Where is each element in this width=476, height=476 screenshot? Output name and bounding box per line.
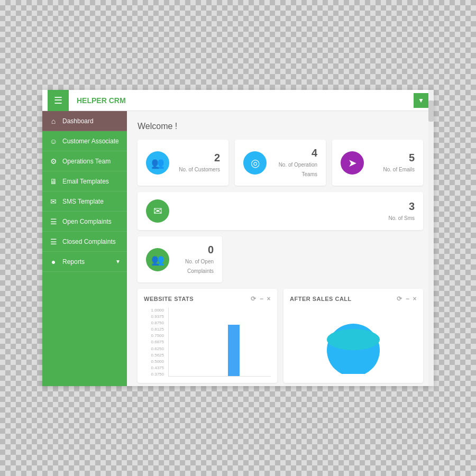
sidebar-label-reports: Reports — [62, 258, 111, 266]
sidebar-label-sms-template: SMS Template — [62, 198, 121, 205]
scrollbar[interactable] — [428, 90, 434, 386]
y-label: 0.5000 — [144, 359, 164, 364]
stat-label-customers: No. of Customers — [179, 167, 220, 172]
y-label: 0.7500 — [144, 333, 164, 338]
sidebar-label-customer-associate: Customer Associate — [62, 138, 121, 145]
stat-info-sms: 3 No. of Sms — [176, 200, 415, 222]
sidebar-icon-reports: ● — [49, 258, 58, 266]
scrollbar-thumb — [428, 100, 434, 122]
stat-card-open-complaints: 👥 0 No. of OpenComplaints — [138, 236, 222, 282]
after-sales-call-header: AFTER SALES CALL ⟳ − × — [290, 295, 417, 303]
stat-number-emails: 5 — [370, 152, 415, 164]
sidebar-icon-customer-associate: ☺ — [49, 137, 58, 145]
app-logo: HELPER CRM — [69, 96, 134, 105]
sidebar-icon-sms-template: ✉ — [49, 197, 58, 206]
hamburger-icon: ☰ — [54, 95, 62, 106]
y-axis: 1.00000.93750.87500.81250.75000.68750.62… — [144, 308, 166, 377]
website-stats-card: WEBSITE STATS ⟳ − × 1.00000.93750.87500.… — [138, 289, 277, 383]
sidebar-arrow-reports: ▼ — [115, 259, 121, 264]
top-dropdown-button[interactable]: ▼ — [414, 93, 428, 108]
stat-icon-sms: ✉ — [146, 199, 169, 223]
y-label: 0.3750 — [144, 372, 164, 377]
stat-info-operation-teams: 4 No. of OperationTeams — [273, 147, 317, 178]
stat-number-customers: 2 — [176, 152, 220, 164]
sidebar-label-operations-team: Operations Team — [62, 158, 121, 165]
stat-label-operation-teams: No. of OperationTeams — [279, 162, 317, 177]
y-label: 1.0000 — [144, 308, 164, 313]
sidebar-item-operations-team[interactable]: ⚙ Operations Team — [42, 151, 127, 171]
sidebar-item-customer-associate[interactable]: ☺ Customer Associate — [42, 131, 127, 151]
sidebar-icon-closed-complaints: ☰ — [49, 237, 58, 246]
refresh-icon-2[interactable]: ⟳ — [397, 295, 402, 303]
chart-gridlines — [169, 308, 271, 376]
website-stats-header: WEBSITE STATS ⟳ − × — [144, 295, 271, 303]
stat-info-open-complaints: 0 No. of OpenComplaints — [176, 244, 214, 275]
stat-icon-customers: 👥 — [146, 151, 169, 175]
top-bar-right: ▼ — [414, 93, 428, 108]
stat-icon-emails: ➤ — [341, 151, 364, 175]
sidebar-icon-operations-team: ⚙ — [49, 157, 58, 166]
y-label: 0.8125 — [144, 327, 164, 332]
stat-icon-open-complaints: 👥 — [146, 248, 169, 271]
stat-label-emails: No. of Emails — [383, 167, 415, 172]
chart-bar — [228, 325, 240, 376]
website-stats-title: WEBSITE STATS — [144, 296, 194, 302]
stat-number-sms: 3 — [176, 200, 415, 213]
sidebar-item-sms-template[interactable]: ✉ SMS Template — [42, 191, 127, 212]
stat-info-customers: 2 No. of Customers — [176, 152, 220, 173]
stats-row-2: 👥 0 No. of OpenComplaints — [138, 236, 423, 282]
stat-card-emails: ➤ 5 No. of Emails — [332, 140, 423, 186]
dropdown-icon: ▼ — [418, 97, 424, 104]
after-sales-call-card: AFTER SALES CALL ⟳ − × — [283, 289, 423, 383]
stat-label-open-complaints: No. of OpenComplaints — [185, 259, 214, 274]
y-label: 0.4375 — [144, 365, 164, 370]
y-label: 0.6875 — [144, 340, 164, 344]
sidebar-item-open-complaints[interactable]: ☰ Open Complaints — [42, 212, 127, 232]
sidebar-label-dashboard: Dashboard — [62, 117, 121, 125]
y-label: 0.9375 — [144, 314, 164, 319]
stats-row-1: 👥 2 No. of Customers ◎ 4 No. of Operatio… — [138, 140, 423, 230]
menu-button[interactable]: ☰ — [48, 90, 69, 111]
close-icon[interactable]: × — [267, 295, 271, 303]
charts-row: WEBSITE STATS ⟳ − × 1.00000.93750.87500.… — [138, 289, 423, 383]
y-label: 0.8750 — [144, 321, 164, 325]
chart-actions-2: ⟳ − × — [397, 295, 417, 303]
sidebar-item-reports[interactable]: ● Reports ▼ — [42, 252, 127, 272]
sidebar: ⌂ Dashboard ☺ Customer Associate ⚙ Opera… — [42, 111, 127, 386]
minimize-icon[interactable]: − — [260, 295, 264, 303]
sidebar-icon-dashboard: ⌂ — [49, 117, 58, 125]
top-bar: ☰ HELPER CRM ▼ — [42, 90, 434, 111]
stat-number-operation-teams: 4 — [273, 147, 317, 159]
refresh-icon[interactable]: ⟳ — [251, 295, 257, 303]
sidebar-label-email-templates: Email Templates — [62, 178, 121, 185]
chart-actions: ⟳ − × — [251, 295, 271, 303]
logo-accent: CRM — [107, 96, 126, 105]
logo-prefix: HELPER — [77, 96, 107, 105]
minimize-icon-2[interactable]: − — [406, 295, 410, 303]
sidebar-label-open-complaints: Open Complaints — [62, 218, 121, 225]
sidebar-item-dashboard[interactable]: ⌂ Dashboard — [42, 111, 127, 131]
website-chart-body: 1.00000.93750.87500.81250.75000.68750.62… — [144, 308, 271, 377]
sidebar-item-closed-complaints[interactable]: ☰ Closed Complaints — [42, 232, 127, 252]
stat-icon-operation-teams: ◎ — [243, 151, 267, 175]
stat-card-customers: 👥 2 No. of Customers — [138, 140, 228, 186]
sidebar-icon-open-complaints: ☰ — [49, 217, 58, 226]
pie-chart — [322, 310, 385, 374]
stat-info-emails: 5 No. of Emails — [370, 152, 415, 173]
close-icon-2[interactable]: × — [413, 295, 417, 303]
sidebar-icon-email-templates: 🖥 — [49, 177, 58, 186]
welcome-title: Welcome ! — [138, 122, 423, 131]
sidebar-item-email-templates[interactable]: 🖥 Email Templates — [42, 171, 127, 191]
stat-number-open-complaints: 0 — [176, 244, 214, 256]
stat-card-sms: ✉ 3 No. of Sms — [138, 192, 423, 230]
sidebar-label-closed-complaints: Closed Complaints — [62, 238, 121, 245]
after-sales-title: AFTER SALES CALL — [290, 296, 352, 302]
svg-point-2 — [327, 329, 380, 350]
stat-label-sms: No. of Sms — [389, 215, 415, 221]
y-label: 0.5625 — [144, 353, 164, 358]
y-label: 0.6250 — [144, 346, 164, 351]
pie-chart-container — [290, 308, 417, 377]
stat-card-operation-teams: ◎ 4 No. of OperationTeams — [235, 140, 326, 186]
chart-area — [168, 308, 271, 377]
main-content: Welcome ! 👥 2 No. of Customers ◎ 4 No. o… — [127, 111, 434, 386]
